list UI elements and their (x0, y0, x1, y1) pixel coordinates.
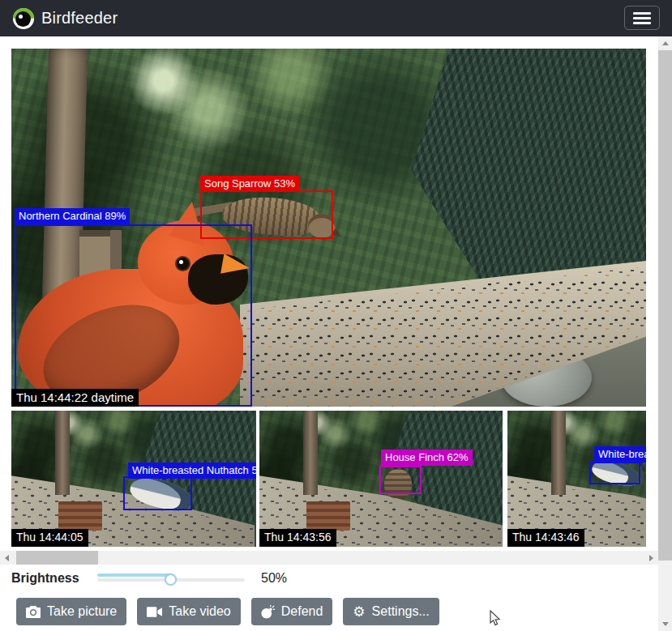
scroll-right-arrow[interactable] (644, 551, 658, 565)
thumbnail-timestamp: Thu 14:43:46 (507, 529, 584, 547)
detection-label-song-sparrow: Song Sparrow 53% (200, 176, 299, 192)
detection-box-nuthatch (589, 462, 640, 484)
scroll-left-arrow[interactable] (0, 551, 14, 565)
history-thumbnail-3[interactable]: White-breas Thu 14:43:46 (507, 411, 646, 547)
history-thumbnail-2[interactable]: House Finch 62% Thu 14:43:56 (259, 411, 503, 547)
defend-button[interactable]: Defend (251, 598, 333, 625)
scroll-down-arrow[interactable] (658, 617, 672, 631)
wooden-post (303, 411, 318, 495)
wooden-post (55, 411, 70, 495)
brightness-fill (97, 573, 171, 577)
detection-box-northern-cardinal (15, 224, 252, 407)
settings-button[interactable]: ⚙ Settings... (343, 598, 439, 625)
hamburger-icon (633, 12, 651, 15)
wooden-post (551, 411, 566, 495)
app-title: Birdfeeder (41, 9, 118, 28)
vertical-scrollbar[interactable] (658, 36, 672, 631)
thumbnail-timestamp: Thu 14:43:56 (259, 529, 336, 547)
gear-icon: ⚙ (353, 605, 365, 619)
horizontal-scrollbar-thumb[interactable] (16, 551, 98, 565)
camera-icon (26, 606, 41, 618)
detection-box-nuthatch (123, 476, 192, 510)
main-timestamp: Thu 14:44:22 daytime (11, 389, 139, 407)
scroll-up-arrow[interactable] (658, 36, 672, 50)
main-camera-view: Song Sparrow 53% Northern Cardinal 89% T… (11, 49, 646, 407)
horizontal-scrollbar[interactable] (0, 551, 658, 565)
app-header: Birdfeeder (0, 0, 672, 36)
bomb-icon (261, 605, 275, 619)
bench (58, 501, 102, 531)
detection-label-northern-cardinal: Northern Cardinal 89% (15, 208, 130, 224)
brightness-slider-thumb[interactable] (165, 573, 177, 586)
menu-toggle-button[interactable] (624, 6, 660, 30)
action-button-row: Take picture Take video Defend ⚙ Setting… (16, 598, 439, 625)
bird-eye-logo-icon (13, 8, 34, 29)
video-camera-icon (147, 607, 162, 617)
detection-label-house-finch: House Finch 62% (381, 450, 473, 466)
bench (306, 501, 350, 531)
thumbnail-timestamp: Thu 14:44:05 (11, 529, 88, 547)
detection-label-nuthatch: White-breas (594, 446, 646, 463)
take-picture-button[interactable]: Take picture (16, 598, 126, 625)
brightness-slider[interactable] (97, 573, 245, 586)
history-thumbnail-1[interactable]: White-breasted Nuthatch 57% Thu 14:44:05 (11, 411, 256, 547)
detection-box-house-finch (379, 466, 422, 494)
mouse-cursor (490, 610, 502, 627)
take-video-button[interactable]: Take video (137, 598, 241, 625)
detection-label-nuthatch: White-breasted Nuthatch 57% (128, 463, 256, 479)
brightness-value: 50% (261, 571, 287, 586)
vertical-scrollbar-thumb[interactable] (658, 50, 672, 561)
brightness-label: Brightness (11, 571, 79, 586)
